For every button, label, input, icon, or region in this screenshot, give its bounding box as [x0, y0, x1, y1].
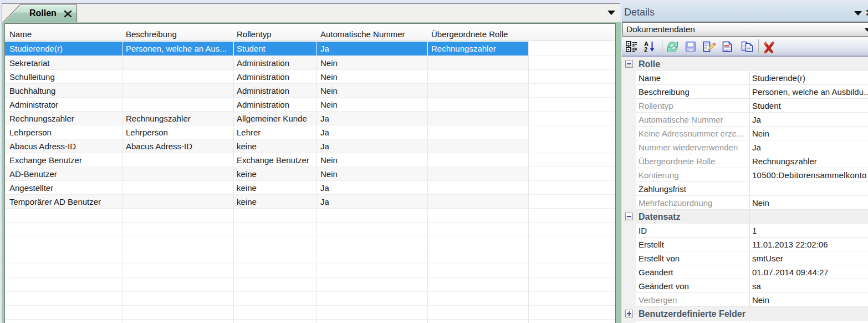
svg-text:2: 2 [644, 46, 647, 53]
